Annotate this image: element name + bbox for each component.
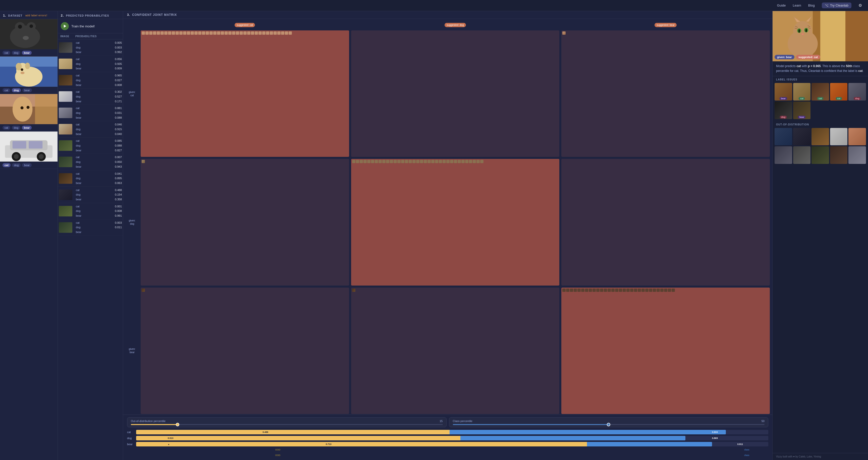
- svg-point-31: [39, 154, 44, 159]
- mini-thumb: [288, 31, 292, 35]
- ood-item[interactable]: [830, 146, 848, 164]
- ood-item[interactable]: [793, 128, 811, 146]
- matrix-cell-bear-cat[interactable]: [141, 288, 349, 414]
- mini-thumb: [281, 31, 284, 35]
- ood-item[interactable]: [811, 146, 829, 164]
- col-header-cat: suggested: cat: [235, 23, 255, 27]
- mini-thumb: [574, 289, 577, 292]
- nav-blog[interactable]: Blog: [808, 3, 815, 7]
- dataset-item[interactable]: cat dog bear: [0, 57, 58, 94]
- matrix-cell-bear-dog[interactable]: [351, 288, 560, 414]
- prob-row[interactable]: cat0.003dog0.011bear: [58, 220, 123, 236]
- mini-thumb: [461, 160, 465, 163]
- ood-item[interactable]: [775, 146, 792, 164]
- label-issue-item[interactable]: dog: [848, 83, 866, 100]
- prob-label: bear: [76, 213, 82, 218]
- label-cat-active[interactable]: cat: [2, 163, 10, 167]
- prob-row[interactable]: cat0.056dog0.935bear0.009: [58, 56, 123, 72]
- ood-item[interactable]: [811, 128, 829, 146]
- label-cat[interactable]: cat: [2, 51, 10, 55]
- col-header-bear: suggested: bear: [654, 23, 677, 27]
- label-dog[interactable]: dog: [12, 126, 20, 130]
- matrix-cell-cat-dog[interactable]: [351, 30, 560, 157]
- label-issue-item[interactable]: dog: [775, 102, 792, 119]
- prob-row[interactable]: cat0.007dog0.050bear0.943: [58, 154, 123, 170]
- ood-percentile-box[interactable]: Out-of-distribution percentile 15: [127, 417, 446, 427]
- label-issue-item[interactable]: cat: [793, 83, 811, 100]
- selected-image-area: given: bear suggested: cat: [773, 11, 868, 61]
- train-model-button[interactable]: [61, 22, 69, 30]
- matrix-cell-bear-bear[interactable]: [561, 288, 770, 414]
- ood-item[interactable]: [793, 146, 811, 164]
- mini-thumb: [352, 289, 355, 292]
- matrix-cell-cat-bear[interactable]: [561, 30, 770, 157]
- label-cat[interactable]: cat: [2, 88, 10, 92]
- matrix-cell-cat-cat[interactable]: [141, 30, 349, 157]
- mini-thumb: [420, 160, 423, 163]
- class-percentile-box[interactable]: Class percentile 50: [449, 417, 769, 427]
- prob-label: dog: [76, 176, 81, 181]
- prob-label: bear: [76, 83, 82, 87]
- prob-row[interactable]: cat0.001dog0.008bear0.991: [58, 203, 123, 220]
- class-bar-bear: [587, 442, 712, 447]
- prob-row[interactable]: cat0.965dog0.027bear0.008: [58, 72, 123, 88]
- nav-guide[interactable]: Guide: [777, 3, 786, 7]
- label-issue-item[interactable]: bear: [793, 102, 811, 119]
- label-bear[interactable]: bear: [22, 163, 32, 167]
- mini-thumb: [217, 31, 220, 35]
- label-issue-item[interactable]: cat: [830, 83, 848, 100]
- ood-thumb-image: [811, 146, 829, 164]
- ood-item[interactable]: [848, 146, 866, 164]
- dataset-number: 1.: [3, 13, 6, 17]
- mini-thumb: [458, 160, 461, 163]
- matrix-cell-dog-bear[interactable]: [561, 159, 770, 285]
- mini-thumb: [630, 289, 633, 292]
- prob-row[interactable]: cat0.005dog0.003bear0.992: [58, 39, 123, 56]
- label-bear-active[interactable]: bear: [22, 126, 32, 130]
- prob-label: cat: [76, 171, 80, 176]
- class-label-bear: bear: [127, 443, 134, 446]
- mini-thumb: [664, 289, 667, 292]
- try-cleanlab-button[interactable]: ⌥ Try Cleanlab: [822, 2, 851, 8]
- settings-icon[interactable]: ⚙: [859, 3, 862, 8]
- mini-thumb: [476, 160, 480, 163]
- label-bear-active[interactable]: bear: [22, 51, 32, 55]
- label-issue-item[interactable]: cat: [811, 83, 829, 100]
- prob-row[interactable]: cat0.881dog0.031bear0.088: [58, 105, 123, 121]
- prob-row[interactable]: cat0.041dog0.895bear0.063: [58, 170, 123, 187]
- prob-row[interactable]: cat0.046dog0.915bear0.040: [58, 121, 123, 138]
- ood-item[interactable]: [848, 128, 866, 146]
- dataset-item[interactable]: cat dog bear: [0, 132, 58, 169]
- dataset-item[interactable]: cat dog bear: [0, 94, 58, 132]
- prob-row[interactable]: cat0.488dog0.154bear0.358: [58, 187, 123, 203]
- ood-item[interactable]: [775, 128, 792, 146]
- add-label-errors-link[interactable]: add label errors!: [25, 14, 47, 17]
- prob-label: cat: [76, 139, 80, 143]
- svg-rect-17: [35, 94, 58, 124]
- ood-item[interactable]: [830, 128, 848, 146]
- label-dog[interactable]: dog: [12, 51, 20, 55]
- ood-slider-track[interactable]: [131, 424, 443, 425]
- prob-label: bear: [76, 181, 82, 185]
- class-slider-track[interactable]: [453, 424, 765, 425]
- prob-row[interactable]: cat0.302dog0.527bear0.171: [58, 88, 123, 105]
- prob-label: bear: [76, 66, 82, 71]
- nav-learn[interactable]: Learn: [793, 3, 801, 7]
- label-dog[interactable]: dog: [12, 163, 21, 167]
- prob-image: [59, 206, 72, 217]
- selected-image: [773, 11, 868, 61]
- label-cat[interactable]: cat: [2, 126, 10, 130]
- dataset-item[interactable]: cat dog bear: [0, 19, 58, 57]
- matrix-cell-dog-dog[interactable]: [351, 159, 560, 285]
- label-issue-item[interactable]: bear: [775, 83, 792, 100]
- matrix-cell-dog-cat[interactable]: [141, 159, 349, 285]
- dataset-image-car: [0, 132, 58, 162]
- class-row-dog: dog 0.513 0.869 ▲: [127, 436, 768, 440]
- label-bear[interactable]: bear: [22, 88, 32, 92]
- mini-thumb: [589, 289, 592, 292]
- label-dog-active[interactable]: dog: [12, 88, 21, 92]
- prob-row[interactable]: cat0.085dog0.088bear0.827: [58, 138, 123, 154]
- mini-thumb: [378, 160, 382, 163]
- class-slider-thumb[interactable]: [607, 423, 610, 426]
- ood-slider-thumb[interactable]: [176, 423, 179, 426]
